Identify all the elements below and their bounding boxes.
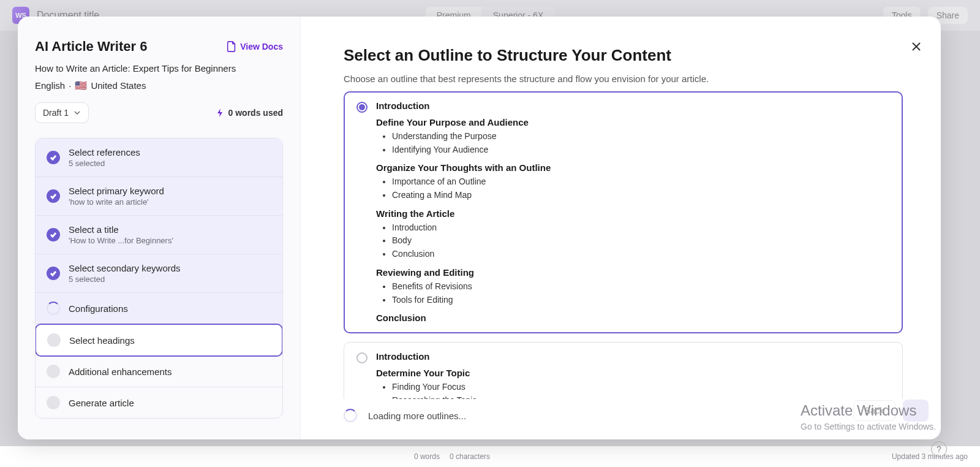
empty-status-icon	[47, 365, 60, 378]
document-icon	[227, 41, 236, 52]
main-heading: Select an Outline to Structure Your Cont…	[344, 46, 907, 65]
outline-card[interactable]: IntroductionDefine Your Purpose and Audi…	[344, 91, 903, 333]
modal-footer-actions: Back	[853, 400, 929, 422]
step-text: Additional enhancements	[69, 366, 172, 377]
language-label: English	[35, 80, 65, 91]
outline-sublist: Understanding the PurposeIdentifying You…	[376, 130, 890, 156]
outline-subitem: Researching the Topic	[392, 394, 890, 399]
outline-heading: Introduction	[376, 351, 890, 362]
draft-dropdown[interactable]: Draft 1	[35, 102, 89, 123]
step-sub: 5 selected	[69, 275, 181, 284]
outline-heading: Introduction	[376, 101, 890, 111]
step-label: Generate article	[69, 398, 134, 408]
updated-timestamp: Updated 3 minutes ago	[892, 452, 968, 461]
words-used-indicator: 0 words used	[216, 108, 283, 118]
step-text: Select headings	[69, 335, 135, 346]
step-item[interactable]: Generate article	[36, 387, 282, 418]
radio-button[interactable]	[356, 352, 368, 363]
outline-subitem: Tools for Editing	[392, 294, 890, 307]
next-button[interactable]	[903, 400, 929, 422]
help-button[interactable]: ?	[931, 441, 947, 457]
outline-heading: Reviewing and Editing	[376, 267, 890, 278]
main-subheading: Choose an outline that best represents t…	[344, 74, 907, 84]
status-bar: 0 words 0 characters Updated 3 minutes a…	[0, 446, 980, 467]
lightning-icon	[216, 108, 225, 117]
step-sub: 'How to Write ...for Beginners'	[69, 236, 173, 245]
close-button[interactable]	[908, 38, 925, 55]
view-docs-label: View Docs	[240, 42, 283, 51]
step-label: Additional enhancements	[69, 366, 172, 377]
outline-subitem: Body	[392, 234, 890, 248]
outline-sublist: Importance of an OutlineCreating a Mind …	[376, 175, 890, 202]
words-used-label: 0 words used	[228, 108, 283, 118]
step-item[interactable]: Select references5 selected	[36, 139, 282, 177]
outline-subitem: Conclusion	[392, 248, 890, 261]
chevron-down-icon	[74, 109, 81, 116]
loading-label: Loading more outlines...	[368, 411, 466, 421]
outline-sublist: Finding Your FocusResearching the Topic	[376, 381, 890, 399]
step-item[interactable]: Select secondary keywords5 selected	[36, 254, 282, 293]
char-count: 0 characters	[450, 452, 490, 461]
outline-subitem: Introduction	[392, 221, 890, 235]
step-label: Select a title	[69, 224, 173, 235]
outline-sublist: IntroductionBodyConclusion	[376, 221, 890, 261]
radio-button[interactable]	[356, 102, 368, 113]
outline-body: IntroductionDetermine Your TopicFinding …	[376, 351, 890, 399]
step-label: Select secondary keywords	[69, 263, 181, 273]
outline-list[interactable]: IntroductionDefine Your Purpose and Audi…	[344, 91, 907, 399]
article-writer-modal: AI Article Writer 6 View Docs How to Wri…	[18, 17, 941, 439]
loading-indicator: Loading more outlines...	[344, 409, 907, 422]
back-button[interactable]: Back	[853, 400, 895, 421]
empty-status-icon	[47, 396, 60, 409]
step-item[interactable]: Configurations	[36, 293, 282, 324]
outline-heading: Organize Your Thoughts with an Outline	[376, 162, 890, 173]
check-icon	[47, 151, 60, 164]
article-topic: How to Write an Article: Expert Tips for…	[35, 63, 283, 74]
outline-heading: Determine Your Topic	[376, 368, 890, 378]
outline-card[interactable]: IntroductionDetermine Your TopicFinding …	[344, 342, 903, 399]
outline-heading: Conclusion	[376, 313, 890, 323]
spinner-icon	[344, 409, 357, 422]
step-list: Select references5 selectedSelect primar…	[35, 138, 283, 419]
outline-heading: Writing the Article	[376, 208, 890, 219]
check-icon	[47, 267, 60, 280]
step-sub: 5 selected	[69, 159, 140, 168]
step-text: Select secondary keywords5 selected	[69, 263, 181, 284]
empty-status-icon	[47, 333, 61, 347]
step-label: Select headings	[69, 335, 135, 346]
check-icon	[47, 189, 60, 203]
step-item[interactable]: Select primary keyword'how to write an a…	[36, 177, 282, 216]
step-text: Select primary keyword'how to write an a…	[69, 186, 164, 207]
step-item[interactable]: Select headings	[35, 324, 283, 357]
close-icon	[910, 40, 922, 53]
step-label: Select primary keyword	[69, 186, 164, 196]
outline-subitem: Benefits of Revisions	[392, 280, 890, 294]
step-text: Configurations	[69, 303, 128, 314]
outline-sublist: Benefits of RevisionsTools for Editing	[376, 280, 890, 306]
language-locale: English · 🇺🇸 United States	[35, 80, 283, 91]
outline-subitem: Understanding the Purpose	[392, 130, 890, 143]
check-icon	[47, 228, 60, 241]
country-label: United States	[91, 80, 146, 91]
step-text: Select references5 selected	[69, 147, 140, 168]
outline-subitem: Identifying Your Audience	[392, 143, 890, 157]
step-label: Select references	[69, 147, 140, 158]
outline-subitem: Creating a Mind Map	[392, 189, 890, 202]
flag-icon: 🇺🇸	[75, 80, 87, 91]
word-count: 0 words	[414, 452, 440, 461]
modal-sidebar: AI Article Writer 6 View Docs How to Wri…	[18, 17, 301, 439]
outline-subitem: Finding Your Focus	[392, 381, 890, 394]
outline-subitem: Importance of an Outline	[392, 175, 890, 189]
step-sub: 'how to write an article'	[69, 197, 164, 207]
step-label: Configurations	[69, 303, 128, 314]
spinner-icon	[47, 302, 60, 315]
draft-label: Draft 1	[43, 108, 69, 118]
step-item[interactable]: Select a title'How to Write ...for Begin…	[36, 216, 282, 254]
view-docs-link[interactable]: View Docs	[227, 41, 283, 52]
step-item[interactable]: Additional enhancements	[36, 356, 282, 387]
outline-heading: Define Your Purpose and Audience	[376, 117, 890, 127]
modal-title: AI Article Writer 6	[35, 39, 147, 55]
step-text: Generate article	[69, 398, 134, 408]
modal-main: Select an Outline to Structure Your Cont…	[301, 17, 941, 439]
outline-body: IntroductionDefine Your Purpose and Audi…	[376, 101, 890, 323]
